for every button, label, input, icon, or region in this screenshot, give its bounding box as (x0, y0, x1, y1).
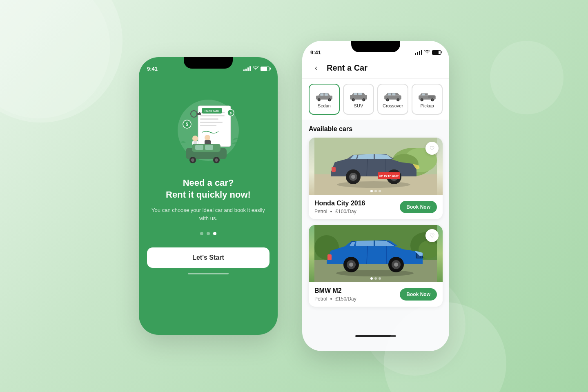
svg-point-16 (192, 136, 198, 141)
svg-rect-44 (388, 94, 391, 96)
dot-active-bmw (370, 277, 373, 280)
dot-2 (207, 232, 210, 235)
svg-rect-84 (327, 254, 332, 260)
sedan-label: Sedan (318, 103, 331, 108)
car-type-filters: Sedan SUV (302, 79, 449, 120)
pickup-label: Pickup (420, 103, 434, 108)
svg-point-67 (351, 175, 355, 179)
illustration-area: RENT CAR $ $ (147, 79, 270, 169)
svg-point-26 (215, 158, 218, 162)
available-cars-section: Available cars (302, 120, 449, 332)
svg-point-24 (191, 158, 194, 162)
bmw-price: £150/Day (335, 296, 356, 302)
battery-icon (261, 67, 270, 71)
back-button[interactable]: ‹ (310, 62, 322, 74)
bg-decoration-1 (0, 0, 110, 118)
dot-inactive (374, 190, 377, 192)
suv-icon (349, 90, 368, 102)
dot-active (370, 190, 373, 192)
status-time: 9:41 (147, 66, 158, 72)
svg-rect-38 (358, 93, 362, 95)
dot-inactive-bmw-1 (374, 277, 377, 280)
svg-rect-5 (200, 122, 223, 123)
svg-rect-3 (200, 115, 225, 116)
onboarding-subtitle: You can choose your ideal car and book i… (147, 206, 270, 222)
honda-favorite-button[interactable]: ♡ (425, 142, 439, 155)
pagination-dots (200, 232, 216, 235)
honda-meta: Petrol £100/Day (314, 209, 400, 214)
suv-label: SUV (354, 103, 363, 108)
bmw-book-button[interactable]: Book Now (400, 288, 437, 301)
battery-icon-2 (432, 50, 441, 55)
honda-card-info: Honda City 2016 Petrol £100/Day Book Now (309, 195, 443, 219)
status-icons (243, 66, 270, 71)
honda-info: Honda City 2016 Petrol £100/Day (314, 200, 400, 214)
meta-separator (330, 211, 332, 212)
bmw-image-area: ♡ (309, 225, 443, 282)
phone-notch-2 (351, 41, 400, 52)
crossover-icon (383, 90, 403, 102)
bmw-info: BMW M2 Petrol £150/Day (314, 287, 400, 302)
bmw-image-dots (370, 277, 381, 280)
lets-start-button[interactable]: Let's Start (147, 247, 270, 268)
svg-rect-52 (428, 95, 434, 98)
filter-crossover[interactable]: Crossover (377, 84, 408, 115)
svg-rect-10 (196, 113, 201, 115)
filter-pickup[interactable]: Pickup (412, 84, 443, 115)
svg-rect-37 (354, 93, 357, 95)
svg-rect-28 (205, 145, 213, 150)
filter-suv[interactable]: SUV (343, 84, 374, 115)
svg-point-35 (329, 99, 330, 100)
svg-rect-64 (332, 167, 336, 172)
svg-point-90 (394, 263, 398, 267)
sedan-icon (314, 90, 334, 102)
svg-text:$: $ (186, 122, 188, 127)
dot-inactive-2 (379, 190, 381, 192)
bmw-name: BMW M2 (314, 287, 400, 294)
meta-separator-2 (330, 298, 332, 300)
svg-point-49 (397, 99, 399, 100)
svg-point-33 (318, 99, 320, 100)
onboarding-title: Need a car? Rent it quickly now! (166, 177, 251, 200)
svg-rect-11 (199, 112, 200, 113)
filter-sedan[interactable]: Sedan (309, 84, 340, 115)
phone-notch (184, 57, 233, 69)
bmw-fuel: Petrol (314, 296, 327, 302)
svg-point-56 (432, 99, 433, 100)
svg-point-71 (337, 181, 410, 188)
status-time-2: 9:41 (310, 49, 321, 56)
rent-car-header: ‹ Rent a Car (302, 59, 449, 79)
phone-onboarding: 9:41 (139, 57, 278, 335)
car-card-bmw: ♡ BMW M2 Petrol £150/Day Book Now (309, 225, 443, 307)
svg-text:RENT CAR: RENT CAR (205, 109, 219, 112)
bmw-m2-illustration (314, 225, 437, 282)
svg-rect-51 (422, 94, 425, 95)
bmw-card-info: BMW M2 Petrol £150/Day Book Now (309, 282, 443, 307)
svg-point-47 (387, 99, 388, 100)
svg-point-87 (349, 263, 353, 267)
phone-listing: 9:41 ‹ Rent a Car (302, 41, 449, 351)
svg-rect-31 (325, 94, 328, 96)
wifi-icon (253, 66, 258, 71)
honda-book-button[interactable]: Book Now (400, 201, 437, 213)
svg-point-54 (421, 99, 423, 100)
available-cars-title: Available cars (309, 125, 443, 133)
page-title: Rent a Car (327, 63, 368, 73)
honda-image-area: UP 15 TC 0267 ♡ (309, 138, 443, 195)
svg-rect-27 (195, 145, 203, 150)
dot-3 (213, 232, 216, 235)
honda-city-illustration: UP 15 TC 0267 (314, 138, 437, 195)
onboarding-content: RENT CAR $ $ (139, 75, 278, 287)
svg-text:UP 15 TC 0267: UP 15 TC 0267 (379, 175, 399, 178)
home-indicator (188, 273, 229, 274)
bmw-favorite-button[interactable]: ♡ (425, 229, 439, 242)
signal-icon-2 (415, 50, 422, 55)
svg-rect-4 (200, 118, 218, 120)
bmw-meta: Petrol £150/Day (314, 296, 400, 302)
rent-car-illustration: RENT CAR $ $ (163, 83, 253, 165)
honda-price: £100/Day (335, 209, 356, 214)
svg-point-40 (353, 99, 354, 100)
svg-point-91 (336, 270, 414, 276)
pickup-icon (417, 90, 437, 102)
bg-decoration-3 (490, 41, 564, 114)
